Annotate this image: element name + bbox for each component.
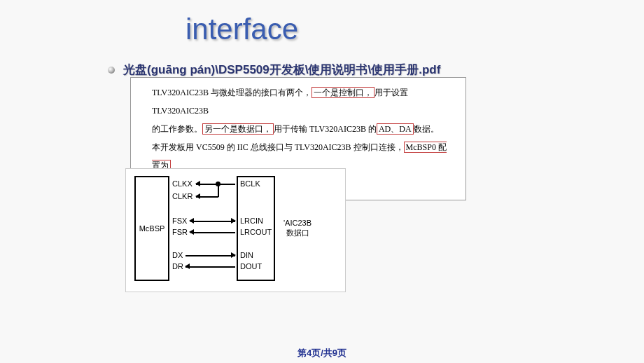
- block-diagram: McBSP 'AIC23B数据口 CLKX CLKR FSX FSR DX DR…: [125, 168, 346, 292]
- wire: [218, 184, 219, 197]
- wire: [190, 221, 235, 222]
- bullet-icon: [108, 67, 115, 74]
- file-path: 光盘(guāng pán)\DSP5509开发板\使用说明书\使用手册.pdf: [123, 62, 440, 78]
- bullet-line: 光盘(guāng pán)\DSP5509开发板\使用说明书\使用手册.pdf: [108, 62, 440, 78]
- pin-clkx: CLKX: [172, 179, 192, 188]
- page-title: interface: [186, 13, 298, 46]
- arrow-icon: [195, 193, 200, 199]
- pin-dr: DR: [172, 262, 183, 270]
- mcbsp-block: McBSP: [134, 176, 169, 281]
- pin-clkr: CLKR: [172, 192, 192, 200]
- wire: [186, 255, 235, 256]
- pin-lrcin: LRCIN: [240, 217, 263, 225]
- wire: [190, 232, 235, 233]
- arrow-icon: [231, 252, 236, 258]
- arrow-icon: [185, 263, 190, 269]
- pin-dx: DX: [172, 251, 183, 259]
- excerpt-line-2: 的工作参数。另一个是数据口，用于传输 TLV320AIC23B 的AD、DA数据…: [152, 120, 451, 138]
- page-number: 第4页/共9页: [298, 347, 346, 359]
- pin-din: DIN: [240, 251, 253, 259]
- arrow-icon: [195, 181, 200, 186]
- highlight: AD、DA: [377, 123, 414, 135]
- pin-fsx: FSX: [172, 217, 187, 225]
- wire: [186, 266, 235, 268]
- pin-fsr: FSR: [172, 228, 188, 236]
- aic23b-label: 'AIC23B数据口: [284, 218, 312, 238]
- pin-lrcout: LRCOUT: [240, 228, 272, 236]
- pin-bclk: BCLK: [240, 179, 260, 188]
- arrow-icon: [231, 218, 236, 224]
- arrow-icon: [189, 218, 194, 224]
- pin-dout: DOUT: [240, 262, 262, 270]
- highlight: 另一个是数据口，: [202, 123, 274, 135]
- arrow-icon: [189, 229, 194, 235]
- highlight: 一个是控制口，: [312, 87, 374, 98]
- excerpt-line-1: TLV320AIC23B 与微处理器的接口有两个，一个是控制口，用于设置 TLV…: [152, 83, 451, 120]
